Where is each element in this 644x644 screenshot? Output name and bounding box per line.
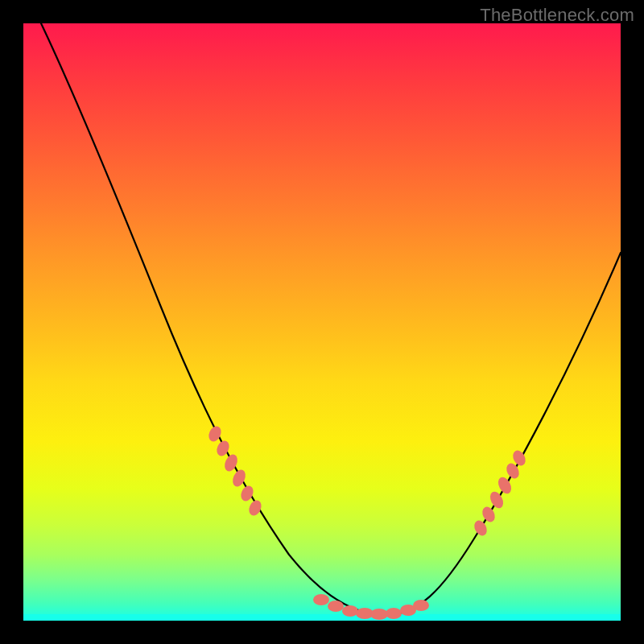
svg-point-15 (480, 505, 497, 524)
svg-point-10 (370, 609, 388, 620)
marker-left-cluster (206, 424, 263, 518)
svg-point-14 (472, 518, 489, 538)
svg-point-13 (413, 600, 429, 611)
svg-point-11 (386, 608, 402, 619)
marker-bottom-cluster (313, 594, 429, 620)
svg-point-6 (313, 594, 329, 605)
chart-svg (23, 23, 621, 621)
svg-point-7 (328, 601, 344, 612)
bottleneck-curve (41, 23, 621, 615)
svg-point-16 (488, 489, 506, 510)
chart-frame (23, 23, 621, 621)
svg-point-17 (496, 475, 514, 496)
marker-right-cluster (472, 448, 528, 538)
svg-point-8 (342, 605, 358, 617)
svg-point-5 (246, 498, 263, 518)
